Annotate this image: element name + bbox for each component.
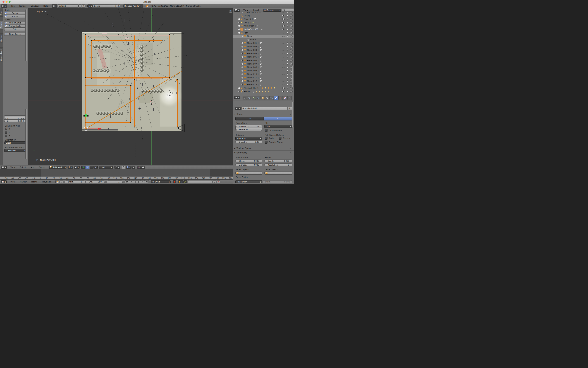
outliner-row-empty[interactable]: Empty: [233, 14, 294, 17]
renderability-camera-icon[interactable]: [290, 28, 293, 30]
visibility-eye-icon[interactable]: [282, 35, 285, 37]
renderability-camera-icon[interactable]: [290, 42, 293, 44]
visibility-eye-icon[interactable]: [282, 87, 285, 89]
info-menu-render[interactable]: Render: [17, 5, 29, 7]
prev-keyframe-button[interactable]: [129, 180, 133, 183]
visibility-eye-icon[interactable]: [282, 21, 285, 24]
outliner-row-physical-sky-1[interactable]: Physical_Sky_1|: [233, 86, 294, 90]
expander-plus-icon[interactable]: [241, 52, 244, 55]
tool-button-path[interactable]: Path: [4, 28, 25, 31]
preview-u-field[interactable]: ◂Preview U:12▸: [235, 125, 262, 128]
render-u-field[interactable]: ◂Render U:0▸: [235, 128, 262, 131]
play-reverse-button[interactable]: [133, 180, 137, 183]
av-sync-select[interactable]: No Sync ▲▼: [151, 180, 171, 183]
play-button[interactable]: [137, 180, 141, 183]
renderability-camera-icon[interactable]: [290, 63, 293, 65]
properties-tab-constraints[interactable]: [265, 96, 269, 100]
properties-tab-particles[interactable]: [287, 96, 292, 100]
renderability-camera-icon[interactable]: [290, 35, 293, 37]
properties-tab-material[interactable]: [278, 96, 283, 100]
renderability-camera-icon[interactable]: [290, 90, 293, 93]
outliner-row-nurbspath[interactable]: NurbsPath|: [233, 24, 294, 28]
visibility-eye-icon[interactable]: [282, 12, 285, 13]
expander-plus-icon[interactable]: [238, 90, 240, 93]
bevel-factor-start-field[interactable]: Start:0.000: [263, 180, 292, 183]
expander-plus-icon[interactable]: [238, 25, 240, 27]
properties-tab-texture[interactable]: [283, 96, 287, 100]
stretch-checkbox[interactable]: Stretch: [279, 137, 290, 140]
outliner-row-path[interactable]: Path: [233, 31, 294, 35]
expander-plus-icon[interactable]: [241, 59, 244, 62]
toggle-3d-button[interactable]: 3D: [264, 117, 292, 120]
selectability-cursor-icon[interactable]: [287, 59, 289, 62]
selectability-cursor-icon[interactable]: [287, 35, 289, 37]
outliner-menu-view[interactable]: View: [241, 9, 250, 11]
bounds-clamp-checkbox[interactable]: Bounds Clamp: [265, 141, 283, 144]
timeline-menu-frame[interactable]: Frame: [29, 181, 40, 183]
operator-panel-scrollbar[interactable]: [26, 109, 27, 159]
outliner-scrollbar[interactable]: [292, 66, 294, 87]
visibility-eye-icon[interactable]: [282, 63, 285, 65]
toggle-2d-button[interactable]: 2D: [235, 117, 264, 120]
opengl-render-button[interactable]: [137, 166, 141, 169]
selectability-cursor-icon[interactable]: [287, 83, 289, 86]
renderability-camera-icon[interactable]: [290, 49, 293, 51]
snap-target-button[interactable]: [132, 166, 135, 169]
editor-type-timeline-button[interactable]: ▲▼: [1, 180, 7, 183]
geometry-panel-header[interactable]: ▼Geometry: [234, 151, 247, 154]
expander-plus-icon[interactable]: [238, 21, 240, 24]
timeline-menu-view[interactable]: View: [8, 181, 17, 183]
selectability-cursor-icon[interactable]: [287, 25, 289, 27]
selectability-cursor-icon[interactable]: [287, 73, 289, 75]
radius-checkbox[interactable]: ✓Radius: [265, 137, 275, 140]
editor-type-outliner-button[interactable]: ▲▼: [234, 9, 240, 12]
visibility-eye-icon[interactable]: [282, 66, 285, 68]
toolshelf-tab-grease-pencil[interactable]: Grease Pencil: [0, 47, 3, 62]
selectability-cursor-icon[interactable]: [287, 52, 289, 55]
info-menu-file[interactable]: File: [9, 5, 17, 7]
timeline-track-area[interactable]: [0, 169, 233, 176]
outliner-row-plane-009[interactable]: Plane.009|: [233, 69, 294, 73]
renderability-camera-icon[interactable]: [290, 32, 293, 34]
expander-down-icon[interactable]: [241, 12, 244, 13]
selectability-cursor-icon[interactable]: [287, 90, 289, 93]
selectability-cursor-icon[interactable]: [287, 18, 289, 20]
close-scene-button[interactable]: X: [117, 4, 120, 8]
extrude-field[interactable]: ◂Extrude:0.000▸: [235, 164, 262, 166]
delete-keyframes-button[interactable]: [217, 180, 220, 183]
selectability-cursor-icon[interactable]: [287, 87, 289, 89]
texture-space-panel-header[interactable]: ▶Texture Space: [234, 147, 252, 149]
orientation-select[interactable]: Local▲▼: [4, 141, 27, 144]
tool-button-bezier[interactable]: Bezier: [4, 12, 25, 15]
opengl-render-anim-button[interactable]: [141, 166, 145, 169]
expander-minus-icon[interactable]: [238, 32, 240, 34]
taper-object-field[interactable]: [235, 171, 262, 175]
selectability-cursor-icon[interactable]: [287, 45, 289, 48]
outliner-row-nurbspath-001[interactable]: NurbsPath.001|: [233, 28, 294, 31]
toolshelf-scrollbar[interactable]: [26, 9, 27, 61]
selectability-cursor-icon[interactable]: [287, 66, 289, 69]
tool-button-circle[interactable]: Circle: [4, 15, 25, 18]
twist-smooth-field[interactable]: ◂Smooth:0.00▸: [235, 140, 262, 143]
outliner-row-road[interactable]: ROAD|: [233, 90, 294, 93]
outliner-row-plane[interactable]: Plane: [233, 35, 294, 38]
insert-keyframes-button[interactable]: [213, 180, 217, 183]
properties-tab-render[interactable]: [243, 96, 247, 100]
record-button[interactable]: [173, 180, 176, 183]
outliner-row-plane-008[interactable]: Plane.008|: [233, 66, 294, 69]
tool-button-nurbs-curve[interactable]: Nurbs Curve: [4, 21, 25, 24]
tool-button-draw-curve[interactable]: Draw Curve: [4, 33, 25, 36]
timeline-menu-playback[interactable]: Playback: [40, 181, 53, 183]
scene-icon-button[interactable]: ▲▼: [87, 4, 93, 8]
viewport-menu-view[interactable]: View: [8, 166, 17, 168]
viewport-menu-curve[interactable]: Curve: [37, 166, 47, 168]
jump-to-start-button[interactable]: [125, 180, 129, 183]
tool-button-nurbs-circle[interactable]: Nurbs Circle: [4, 25, 25, 28]
timeline-menu-marker[interactable]: Marker: [17, 181, 29, 183]
shape-panel-header[interactable]: ▼Shape: [234, 113, 243, 115]
visibility-eye-icon[interactable]: [282, 56, 285, 58]
fill-mode-select[interactable]: Half▲▼: [264, 125, 292, 128]
expander-plus-icon[interactable]: [241, 56, 244, 58]
toolshelf-tab-create[interactable]: Create: [0, 21, 3, 29]
expander-plus-icon[interactable]: [241, 70, 244, 72]
